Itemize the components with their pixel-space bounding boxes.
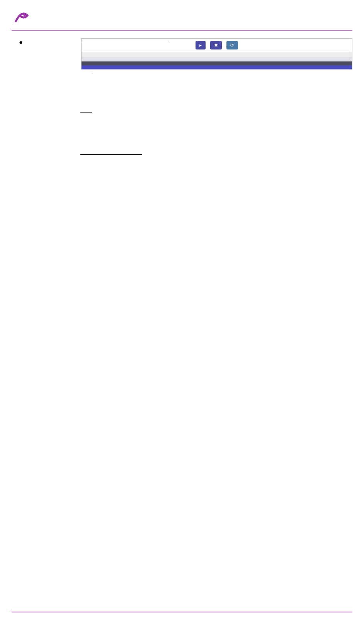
logs-table-header bbox=[82, 57, 352, 61]
figure-8-1: ▸ ✖ ⟳ bbox=[12, 38, 352, 162]
delete-all-button[interactable]: ✖ bbox=[210, 41, 222, 49]
col-date bbox=[97, 57, 159, 61]
col-source bbox=[159, 57, 194, 61]
more-button[interactable] bbox=[82, 65, 352, 69]
col-desc bbox=[194, 57, 352, 61]
col-flag bbox=[82, 57, 97, 61]
ack-all-button[interactable]: ▸ bbox=[196, 41, 206, 49]
log-attribute-detail bbox=[82, 61, 352, 65]
figure-callouts bbox=[12, 38, 81, 162]
connector-line bbox=[80, 74, 92, 74]
logo bbox=[12, 8, 29, 27]
connector-line bbox=[80, 154, 142, 155]
page-footer bbox=[12, 612, 352, 615]
item-count bbox=[82, 52, 352, 57]
connector-line bbox=[80, 113, 92, 113]
logs-toolbar: ▸ ✖ ⟳ bbox=[82, 39, 352, 52]
logo-swirl-icon bbox=[14, 8, 29, 27]
page-header bbox=[12, 8, 352, 31]
connector-line bbox=[80, 43, 167, 43]
reload-button[interactable]: ⟳ bbox=[226, 41, 238, 49]
